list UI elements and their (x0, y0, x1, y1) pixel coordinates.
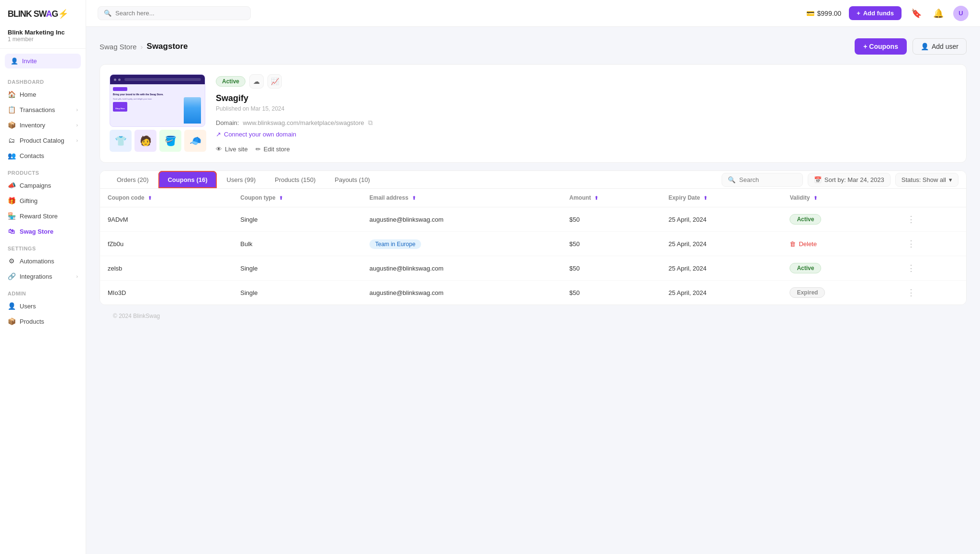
delete-button[interactable]: 🗑 Delete (790, 240, 888, 248)
edit-store-button[interactable]: ✏ Edit store (256, 146, 290, 153)
sort-button[interactable]: 📅 Sort by: Mar 24, 2023 (808, 173, 891, 187)
table-row: fZb0uBulkTeam in Europe$5025 April, 2024… (100, 232, 966, 256)
coupon-search-input[interactable] (739, 176, 797, 183)
notification-button[interactable]: 🔔 (931, 6, 946, 21)
cell-amount: $50 (562, 232, 661, 256)
coupon-table: Coupon code ⬆ Coupon type ⬆ Email addres… (100, 189, 966, 305)
wallet-icon: 💳 (806, 10, 814, 17)
plus-icon: + (857, 10, 860, 17)
sidebar-item-products[interactable]: 📦 Products (0, 314, 86, 329)
sidebar-item-product-catalog[interactable]: 🗂 Product Catalog › (0, 133, 86, 148)
link-icon: ↗ (216, 131, 221, 138)
row-menu-icon[interactable]: ⋮ (903, 261, 919, 275)
page-header: Swag Store › Swagstore + Coupons 👤 Add u… (100, 38, 967, 55)
col-header-actions (895, 189, 966, 207)
cell-type: Single (233, 207, 362, 232)
thumbnail-2[interactable]: 🧑 (134, 130, 156, 152)
calendar-icon: 📅 (814, 176, 822, 183)
live-site-button[interactable]: 👁 Live site (216, 146, 248, 153)
sidebar-item-label: Reward Store (20, 213, 57, 220)
cell-row-menu[interactable]: ⋮ (895, 256, 966, 281)
add-funds-button[interactable]: + Add funds (849, 6, 902, 20)
sidebar-item-automations[interactable]: ⚙ Automations (0, 253, 86, 269)
cell-row-menu[interactable]: ⋮ (895, 207, 966, 232)
cell-validity: Expired (782, 281, 895, 305)
search-input[interactable] (115, 10, 211, 17)
preview-person-area (183, 87, 202, 124)
section-label-dashboard: DASHBOARD (0, 72, 86, 87)
thumb-hat-icon: 🧢 (189, 135, 201, 147)
sidebar: BLINK SWAG⚡ Blink Marketing Inc 1 member… (0, 0, 86, 554)
cell-row-menu[interactable]: ⋮ (895, 232, 966, 256)
logo-text: BLINK SWAG⚡ (8, 9, 68, 19)
cell-email: augustine@blinkswag.com (362, 281, 562, 305)
cell-expiry: 25 April, 2024 (661, 256, 782, 281)
sidebar-item-home[interactable]: 🏠 Home (0, 87, 86, 102)
tab-payouts[interactable]: Payouts (10) (325, 171, 379, 188)
thumbnail-3[interactable]: 🪣 (159, 130, 181, 152)
chart-icon-button[interactable]: 📈 (267, 74, 282, 89)
sidebar-item-invite[interactable]: 👤 Invite (5, 54, 81, 68)
sidebar-item-users[interactable]: 👤 Users (0, 298, 86, 314)
sidebar-item-integrations[interactable]: 🔗 Integrations › (0, 269, 86, 284)
row-menu-icon[interactable]: ⋮ (903, 286, 919, 299)
sort-label: Sort by: Mar 24, 2023 (824, 176, 884, 183)
sidebar-section-dashboard: DASHBOARD 🏠 Home 📋 Transactions › 📦 Inve… (0, 72, 86, 163)
breadcrumb-parent[interactable]: Swag Store (100, 43, 137, 51)
cloud-icon-button[interactable]: ☁ (249, 74, 264, 89)
balance-amount: $999.00 (817, 10, 842, 17)
preview-top-bar (110, 75, 205, 84)
thumbnail-1[interactable]: 👕 (110, 130, 132, 152)
sidebar-item-label: Inventory (20, 122, 45, 129)
inventory-icon: 📦 (8, 121, 15, 129)
tab-coupons[interactable]: Coupons (16) (158, 171, 216, 188)
copy-icon[interactable]: ⧉ (368, 119, 373, 127)
store-published-date: Published on Mar 15, 2024 (216, 105, 957, 112)
cell-row-menu[interactable]: ⋮ (895, 281, 966, 305)
contacts-icon: 👥 (8, 152, 15, 159)
sidebar-item-campaigns[interactable]: 📣 Campaigns (0, 178, 86, 193)
row-menu-icon[interactable]: ⋮ (903, 213, 919, 226)
sidebar-item-contacts[interactable]: 👥 Contacts (0, 148, 86, 163)
section-label-settings: SETTINGS (0, 239, 86, 253)
products-icon: 📦 (8, 317, 15, 325)
cell-validity: 🗑 Delete (782, 232, 895, 256)
sidebar-item-label: Automations (20, 258, 54, 265)
sidebar-item-swag-store[interactable]: 🛍 Swag Store (0, 224, 86, 239)
tab-users[interactable]: Users (99) (218, 171, 265, 188)
thumbnail-4[interactable]: 🧢 (184, 130, 206, 152)
search-box[interactable]: 🔍 (98, 6, 251, 20)
avatar[interactable]: U (953, 6, 969, 21)
add-user-button[interactable]: 👤 Add user (913, 38, 967, 55)
preview-logo-bar (113, 87, 127, 91)
reward-store-icon: 🏪 (8, 212, 15, 220)
coupons-button-label: + Coupons (863, 43, 898, 50)
coupon-search[interactable]: 🔍 (722, 173, 803, 187)
store-domain-row: Domain: www.blinkswag.com/marketplace/sw… (216, 119, 957, 127)
status-badge: Active (216, 76, 245, 87)
connect-domain-link[interactable]: ↗ Connect your own domain (216, 131, 957, 138)
sidebar-item-reward-store[interactable]: 🏪 Reward Store (0, 208, 86, 224)
status-filter[interactable]: Status: Show all ▾ (895, 173, 958, 187)
home-icon: 🏠 (8, 90, 15, 98)
table-row: zelsbSingleaugustine@blinkswag.com$5025 … (100, 256, 966, 281)
sort-icon-email: ⬆ (412, 195, 416, 201)
row-menu-icon[interactable]: ⋮ (903, 237, 919, 250)
coupons-button[interactable]: + Coupons (855, 38, 907, 55)
chevron-right-icon: › (76, 122, 78, 128)
swag-store-icon: 🛍 (8, 227, 15, 235)
preview-cta-text: Shop Now (115, 107, 125, 110)
tab-orders[interactable]: Orders (20) (108, 171, 157, 188)
bookmark-button[interactable]: 🔖 (909, 6, 924, 21)
preview-dot-1 (114, 79, 116, 81)
sidebar-item-label: Transactions (20, 106, 55, 113)
tab-products[interactable]: Products (150) (266, 171, 324, 188)
sidebar-item-transactions[interactable]: 📋 Transactions › (0, 102, 86, 117)
search-icon: 🔍 (728, 176, 735, 183)
status-filter-label: Status: Show all (902, 176, 946, 183)
cell-code: MIo3D (100, 281, 233, 305)
catalog-icon: 🗂 (8, 136, 15, 144)
sidebar-item-inventory[interactable]: 📦 Inventory › (0, 117, 86, 133)
sidebar-item-gifting[interactable]: 🎁 Gifting (0, 193, 86, 208)
chevron-right-icon: › (76, 137, 78, 143)
